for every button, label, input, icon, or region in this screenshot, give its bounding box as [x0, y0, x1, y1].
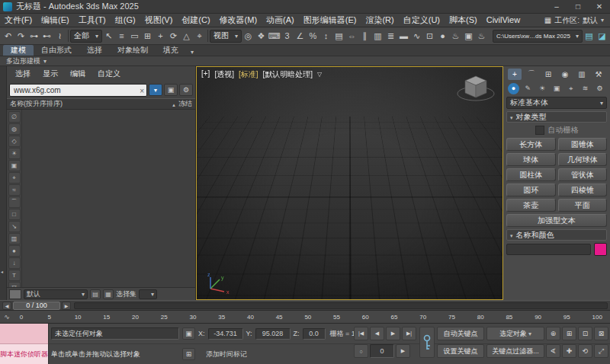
autogrid-checkbox[interactable] — [535, 126, 544, 135]
viewport[interactable]: [+] [透视] [标准] [默认明暗处理] x y z — [196, 66, 503, 300]
search-input[interactable] — [12, 85, 140, 95]
material-editor-icon[interactable]: ● — [436, 29, 449, 43]
viewport-general-menu[interactable]: [+] — [201, 69, 210, 80]
angle-snap-icon[interactable]: ∠ — [294, 29, 307, 43]
menu-item[interactable]: 文件(F) — [0, 14, 37, 27]
macro-recorder-pane[interactable] — [0, 324, 48, 344]
workspace-selector[interactable]: ▦ 工作区: 默认 — [544, 15, 610, 26]
display-containers-icon[interactable]: □ — [8, 209, 21, 220]
previous-frame-icon[interactable]: ◀ — [370, 327, 384, 340]
mirror-icon[interactable]: ⇔ — [345, 29, 358, 43]
menu-item[interactable]: CivilView — [482, 14, 525, 27]
viewport-renderer-menu[interactable]: [标准] — [239, 69, 258, 80]
listener-pane[interactable]: 脚本迷你侦听器 — [0, 344, 48, 364]
ribbon-tab[interactable]: 选择 — [79, 45, 110, 56]
display-spacewarps-icon[interactable]: ≈ — [8, 184, 21, 196]
display-cameras-icon[interactable]: ▣ — [8, 160, 21, 171]
utilities-tab-icon[interactable]: ⚒ — [592, 69, 605, 80]
sort-by-type-icon[interactable]: T — [8, 270, 21, 281]
shapes-category-icon[interactable]: ✎ — [522, 83, 534, 94]
explorer-menu[interactable]: 选择 — [10, 69, 36, 79]
column-header-name[interactable]: 名称(按升序排序) — [10, 99, 63, 109]
next-frame-arrow[interactable] — [62, 302, 71, 310]
display-groups-icon[interactable]: ▥ — [8, 233, 21, 244]
z-coordinate-field[interactable]: 0.0 — [303, 328, 326, 340]
primitive-button[interactable]: 长方体 — [506, 138, 556, 151]
primitive-button[interactable]: 圆环 — [506, 184, 556, 196]
sort-ascending-icon[interactable] — [172, 101, 176, 108]
viewcube[interactable] — [455, 70, 496, 111]
display-geometry-icon[interactable]: ● — [8, 245, 21, 257]
display-none-icon[interactable]: ∅ — [8, 111, 21, 123]
select-object-icon[interactable]: ↖ — [102, 29, 115, 43]
selection-region-icon[interactable]: ▭ — [128, 29, 141, 43]
time-slider-handle[interactable]: 0 / 100 — [13, 302, 60, 310]
key-mode-toggle-icon[interactable]: ○ — [354, 344, 368, 358]
select-and-place-icon[interactable]: ⌖ — [193, 29, 206, 43]
go-to-end-icon[interactable]: ▶| — [402, 327, 416, 340]
viewport-pov-menu[interactable]: [透视] — [214, 69, 234, 80]
object-color-swatch[interactable] — [594, 243, 607, 256]
display-objects-icon[interactable]: ◍ — [8, 123, 21, 135]
track-bar[interactable]: ∿ 05101520253035404550556065707580859095… — [0, 311, 610, 324]
unlink-selection-icon[interactable]: ⊷ — [40, 29, 53, 43]
sort-ascending-icon[interactable]: ↓ — [8, 257, 21, 269]
grid-view-icon[interactable]: ▦ — [103, 289, 114, 299]
settings-gear-icon[interactable]: ⚙ — [179, 84, 193, 96]
selection-filter-dropdown[interactable]: 全部 — [70, 30, 102, 43]
ribbon-tab[interactable]: 自由形式 — [34, 45, 79, 56]
time-slider-track[interactable] — [74, 302, 608, 309]
menu-item[interactable]: 工具(T) — [74, 14, 111, 27]
subcategory-dropdown[interactable]: 标准基本体 — [506, 97, 607, 109]
filter-combinations-icon[interactable]: ▽ — [8, 282, 21, 287]
redo-icon[interactable]: ↷ — [14, 29, 27, 43]
play-icon[interactable]: ▶ — [386, 327, 400, 340]
hierarchy-tab-icon[interactable]: ⊞ — [541, 69, 555, 80]
display-xrefs-icon[interactable]: ↘ — [8, 221, 21, 232]
next-frame-icon[interactable]: ▶ — [396, 344, 410, 358]
named-selection-sets-icon[interactable]: ▤ — [332, 29, 345, 43]
primitive-button[interactable]: 球体 — [506, 153, 556, 166]
browse-project-icon[interactable]: ▤ — [583, 29, 596, 43]
auto-key-button[interactable]: 自动关键点 — [437, 327, 484, 340]
x-coordinate-field[interactable]: -34.731 — [208, 328, 243, 340]
clear-search-icon[interactable] — [140, 83, 144, 97]
layer-color-swatch[interactable] — [9, 289, 21, 299]
lock-icon[interactable]: ▣ — [164, 84, 178, 96]
primitive-button[interactable]: 茶壶 — [506, 199, 556, 212]
use-center-icon[interactable]: ◎ — [242, 29, 255, 43]
display-shapes-icon[interactable]: ◇ — [8, 136, 21, 147]
selection-lock-icon[interactable]: ▣ — [182, 327, 195, 340]
object-type-rollout[interactable]: 对象类型 — [506, 111, 607, 123]
explorer-menu[interactable]: 显示 — [37, 69, 63, 79]
previous-frame-arrow[interactable] — [2, 302, 11, 310]
ribbon-options-icon[interactable] — [191, 49, 194, 56]
menu-item[interactable]: 组(G) — [111, 14, 140, 27]
name-color-rollout[interactable]: 名称和颜色 — [506, 229, 607, 241]
zoom-extents-all-icon[interactable]: ⊠ — [594, 327, 608, 340]
select-and-rotate-icon[interactable]: ⟳ — [167, 29, 180, 43]
viewport-shading-menu[interactable]: [默认明暗处理] — [263, 69, 313, 80]
systems-category-icon[interactable]: ⚙ — [594, 83, 605, 94]
keyboard-override-icon[interactable]: ⌨ — [268, 29, 281, 43]
polygon-modeling-section[interactable]: 多边形建模 — [6, 56, 40, 66]
primitive-button[interactable]: 四棱锥 — [558, 184, 608, 196]
display-tab-icon[interactable]: ▥ — [575, 69, 589, 80]
selection-set-dropdown[interactable] — [139, 289, 157, 299]
motion-tab-icon[interactable]: ◉ — [558, 69, 572, 80]
render-production-icon[interactable]: ♨ — [475, 29, 488, 43]
helpers-category-icon[interactable]: ⌖ — [565, 83, 576, 94]
percent-snap-icon[interactable]: % — [307, 29, 319, 43]
pan-icon[interactable]: ✚ — [562, 344, 576, 358]
bind-to-space-warp-icon[interactable]: ≀ — [53, 29, 66, 43]
minimize-button[interactable]: – — [546, 0, 567, 13]
lights-category-icon[interactable]: ☀ — [537, 83, 548, 94]
menu-item[interactable]: 渲染(R) — [361, 14, 398, 27]
project-path-dropdown[interactable]: C:\Users\xw…ds Max 2025 — [493, 30, 583, 43]
explorer-menu[interactable]: 编辑 — [65, 69, 91, 79]
asset-browser-icon[interactable]: ◪ — [596, 29, 608, 43]
undo-icon[interactable]: ↶ — [2, 29, 14, 43]
menu-item[interactable]: 编辑(E) — [37, 14, 74, 27]
ribbon-toggle-icon[interactable]: ▬ — [397, 29, 410, 43]
ribbon-tab[interactable]: 填充 — [156, 45, 186, 56]
